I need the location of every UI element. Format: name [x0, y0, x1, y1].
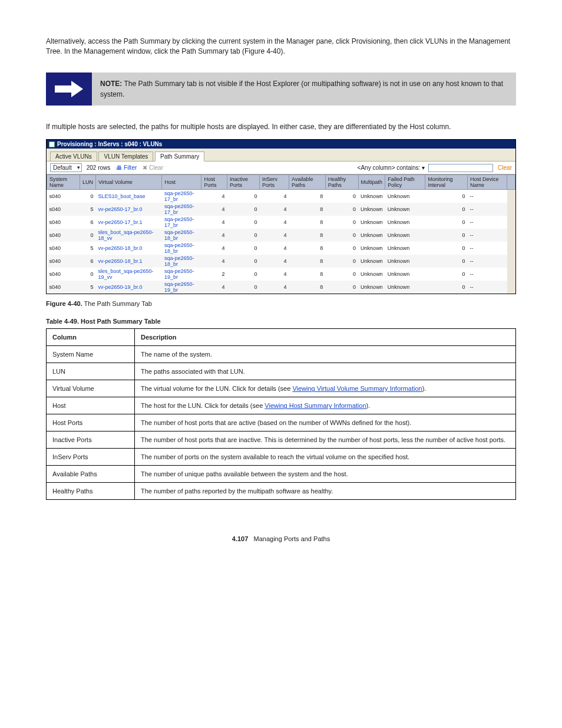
note-title: NOTE:	[100, 80, 122, 88]
col-host-ports[interactable]: Host Ports	[201, 175, 227, 190]
col-available-paths[interactable]: Available Paths	[289, 175, 326, 190]
search-input[interactable]	[428, 164, 493, 172]
desc-header-column: Column	[47, 329, 135, 346]
clear-filter-disabled: ✖ Clear	[143, 164, 163, 171]
col-failed-path-policy[interactable]: Failed Path Policy	[385, 175, 425, 190]
table-row[interactable]: s0405vv-pe2650-19_br.0sqa-pe2650-19_br40…	[47, 281, 515, 294]
desc-row: Healthy PathsThe number of paths reporte…	[47, 483, 516, 500]
filter-button[interactable]: 🖶 Filter	[116, 164, 137, 171]
xref-link[interactable]: Viewing Host Summary Information	[265, 402, 366, 409]
col-virtual-volume[interactable]: Virtual Volume	[96, 175, 162, 190]
desc-header-description: Description	[135, 329, 516, 346]
col-inserv-ports[interactable]: InServ Ports	[259, 175, 289, 190]
toolbar: Default 202 rows 🖶 Filter ✖ Clear <Any c…	[47, 161, 515, 174]
window-title-bar: Provisioning : InServs : s040 : VLUNs	[47, 140, 515, 149]
window-title: Provisioning : InServs : s040 : VLUNs	[57, 141, 162, 147]
scrollbar-gutter[interactable]	[507, 175, 515, 190]
figure-caption: Figure 4-40. The Path Summary Tab	[46, 300, 516, 307]
col-lun[interactable]: LUN	[80, 175, 95, 190]
svg-marker-0	[55, 81, 83, 97]
table-row[interactable]: s0405vv-pe2650-18_br.0sqa-pe2650-18_br40…	[47, 242, 515, 255]
tab-bar: Active VLUNs VLUN Templates Path Summary	[47, 149, 515, 161]
table-row[interactable]: s0406vv-pe2650-18_br.1sqa-pe2650-18_br40…	[47, 255, 515, 268]
path-summary-screenshot: Provisioning : InServs : s040 : VLUNs Ac…	[46, 139, 516, 294]
description-table: Column Description System NameThe name o…	[46, 328, 516, 500]
table-row[interactable]: s0405vv-pe2650-17_br.0sqa-pe2650-17_br40…	[47, 203, 515, 216]
desc-row: InServ PortsThe number of ports on the s…	[47, 449, 516, 466]
col-multipath[interactable]: Multipath	[358, 175, 385, 190]
after-note-text: If multiple hosts are selected, the path…	[46, 122, 516, 132]
desc-row: LUNThe paths associated with that LUN.	[47, 363, 516, 380]
window-icon	[49, 141, 55, 147]
table-caption: Table 4-49. Host Path Summary Table	[46, 318, 516, 325]
path-summary-grid: System Name LUN Virtual Volume Host Host…	[47, 174, 515, 294]
desc-row: Inactive PortsThe number of host ports t…	[47, 431, 516, 449]
page-footer: 4.107 Managing Ports and Paths	[46, 535, 516, 542]
desc-row: Available PathsThe number of unique path…	[47, 466, 516, 483]
col-host-device-name[interactable]: Host Device Name	[467, 175, 507, 190]
note-block: NOTE: The Path Summary tab is not visibl…	[46, 73, 516, 106]
layout-select[interactable]: Default	[50, 163, 82, 172]
table-row[interactable]: s0400SLES10_boot_basesqa-pe2650-17_br404…	[47, 190, 515, 203]
desc-row: System NameThe name of the system.	[47, 346, 516, 363]
col-healthy-paths[interactable]: Healthy Paths	[325, 175, 358, 190]
search-column-select[interactable]: <Any column> contains: ▾	[358, 164, 425, 171]
xref-link[interactable]: Viewing Virtual Volume Summary Informati…	[292, 385, 422, 392]
tab-vlun-templates[interactable]: VLUN Templates	[98, 151, 153, 161]
desc-row: Host PortsThe number of host ports that …	[47, 414, 516, 431]
row-count: 202 rows	[87, 164, 111, 171]
col-inactive-ports[interactable]: Inactive Ports	[227, 175, 259, 190]
table-row[interactable]: s0400sles_boot_sqa-pe2650-19_vvsqa-pe265…	[47, 268, 515, 281]
tab-active-vluns[interactable]: Active VLUNs	[50, 151, 97, 161]
arrow-right-icon	[46, 73, 92, 106]
table-row[interactable]: s0400sles_boot_sqa-pe2650-18_vvsqa-pe265…	[47, 229, 515, 242]
desc-row: Virtual VolumeThe virtual volume for the…	[47, 380, 516, 397]
note-body-text: The Path Summary tab is not visible if t…	[100, 80, 503, 98]
intro-text: Alternatively, access the Path Summary b…	[46, 37, 516, 57]
clear-search-button[interactable]: Clear	[498, 164, 512, 171]
table-row[interactable]: s0406vv-pe2650-17_br.1sqa-pe2650-17_br40…	[47, 216, 515, 229]
tab-path-summary[interactable]: Path Summary	[155, 151, 204, 162]
col-system-name[interactable]: System Name	[47, 175, 80, 190]
col-host[interactable]: Host	[162, 175, 201, 190]
desc-row: HostThe host for the LUN. Click for deta…	[47, 397, 516, 414]
col-monitoring-interval[interactable]: Monitoring Interval	[425, 175, 468, 190]
